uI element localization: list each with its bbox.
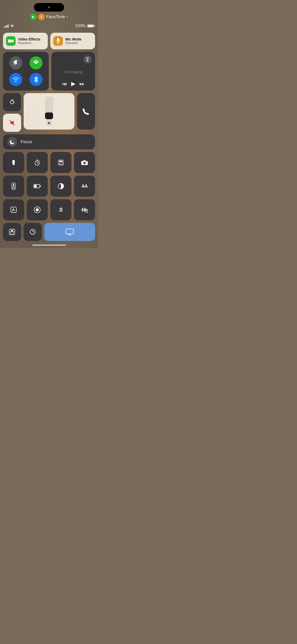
mic-mode-text: Mic Mode Standard <box>65 37 81 45</box>
flashlight-button[interactable] <box>3 152 24 173</box>
svg-rect-69 <box>66 229 73 234</box>
sliders-area <box>24 93 74 130</box>
video-effects-text: Video Effects Reactions <box>18 37 40 45</box>
focus-row: Focus <box>3 134 95 149</box>
svg-rect-28 <box>59 161 63 162</box>
svg-marker-1 <box>12 39 14 43</box>
svg-point-38 <box>86 162 87 162</box>
play-button[interactable]: ▶ <box>71 80 75 87</box>
timer-button[interactable] <box>27 152 48 173</box>
media-controls: ⏮ ▶ ⏭ <box>62 80 84 87</box>
video-effects-subtitle: Reactions <box>18 41 40 45</box>
not-playing-label: Not Playing <box>64 63 82 80</box>
home-indicator <box>32 245 66 246</box>
svg-rect-46 <box>34 185 37 187</box>
low-power-button[interactable] <box>27 176 48 197</box>
svg-rect-0 <box>8 39 12 43</box>
svg-point-40 <box>13 184 14 185</box>
shazam-label: S <box>59 207 63 213</box>
video-effects-title: Video Effects <box>18 37 40 41</box>
svg-line-14 <box>47 121 48 122</box>
wifi-calling-button[interactable] <box>29 56 43 69</box>
facetime-banner[interactable]: ▶ 🎙 FaceTime › <box>3 14 95 20</box>
svg-point-43 <box>13 188 13 188</box>
shazam-button[interactable]: S <box>50 199 71 220</box>
mic-mode-card[interactable]: Mic Mode Standard <box>50 33 95 49</box>
controls-row <box>3 93 95 132</box>
svg-line-15 <box>50 124 51 125</box>
text-size-button[interactable]: AA <box>74 176 95 197</box>
markup-button[interactable] <box>3 199 24 220</box>
video-effects-card[interactable]: Video Effects Reactions <box>3 33 48 49</box>
focus-label: Focus <box>21 139 32 144</box>
mic-mode-subtitle: Standard <box>65 41 81 45</box>
dynamic-island-dot <box>48 6 50 8</box>
brightness-icon <box>46 120 52 127</box>
svg-line-17 <box>47 124 48 125</box>
brightness-fill <box>45 97 53 119</box>
screen-time-button[interactable] <box>24 223 42 241</box>
svg-point-30 <box>61 163 61 164</box>
bluetooth-button[interactable] <box>29 73 43 86</box>
voice-analysis-button[interactable] <box>74 199 95 220</box>
status-bar: 100% <box>3 24 95 28</box>
mic-mode-icon <box>53 36 63 46</box>
screen-record-button[interactable] <box>27 199 48 220</box>
display-controls-button[interactable] <box>50 176 71 197</box>
network-card <box>3 52 49 91</box>
grid-row-3: S <box>3 199 95 220</box>
phone-button[interactable] <box>77 93 95 130</box>
facetime-mic-icon: 🎙 <box>38 14 45 20</box>
grid-row-1 <box>3 152 95 173</box>
top-cards-row: Video Effects Reactions Mic Mode Standar… <box>3 33 95 49</box>
airplane-mode-button[interactable] <box>9 56 22 69</box>
mute-button[interactable] <box>3 114 21 132</box>
svg-point-34 <box>62 164 63 165</box>
svg-point-52 <box>36 208 39 211</box>
text-size-label: AA <box>81 184 88 189</box>
battery-icon <box>87 24 94 28</box>
wifi-button[interactable] <box>9 73 22 86</box>
video-effects-icon <box>6 36 16 46</box>
brightness-track <box>24 95 74 120</box>
svg-point-44 <box>14 188 15 188</box>
wifi-icon <box>10 24 14 28</box>
svg-point-37 <box>84 162 85 164</box>
focus-moon-icon <box>8 137 17 147</box>
svg-marker-19 <box>12 160 15 163</box>
facetime-chevron: › <box>67 14 68 19</box>
airplay-button[interactable] <box>83 55 92 63</box>
battery-area: 100% <box>75 24 94 28</box>
svg-line-16 <box>50 121 51 122</box>
fast-forward-button[interactable]: ⏭ <box>79 81 84 87</box>
facetime-label: FaceTime <box>46 14 65 19</box>
battery-percentage: 100% <box>75 24 86 28</box>
focus-card[interactable]: Focus <box>3 134 95 149</box>
svg-point-31 <box>62 163 63 164</box>
svg-rect-2 <box>57 38 59 42</box>
accessibility-button[interactable] <box>3 223 21 241</box>
middle-row: Not Playing ⏮ ▶ ⏭ <box>3 52 95 91</box>
facetime-camera-icon: ▶ <box>30 14 37 20</box>
svg-rect-20 <box>13 160 15 161</box>
mic-mode-title: Mic Mode <box>65 37 81 41</box>
signal-bars <box>4 24 9 28</box>
svg-point-29 <box>59 163 60 164</box>
svg-point-65 <box>12 230 13 231</box>
svg-point-9 <box>48 122 50 124</box>
screen-mirroring-button[interactable] <box>44 223 95 241</box>
brightness-slider[interactable] <box>24 93 74 130</box>
dynamic-island <box>34 3 64 12</box>
rotation-lock-button[interactable] <box>3 93 21 111</box>
svg-point-33 <box>61 164 61 165</box>
calculator-button[interactable] <box>50 152 71 173</box>
svg-point-6 <box>15 81 17 82</box>
svg-point-32 <box>59 164 60 165</box>
now-playing-card: Not Playing ⏮ ▶ ⏭ <box>51 52 95 91</box>
remote-button[interactable] <box>3 176 24 197</box>
svg-line-26 <box>39 160 40 161</box>
svg-point-7 <box>10 100 14 104</box>
camera-button[interactable] <box>74 152 95 173</box>
rewind-button[interactable]: ⏮ <box>62 81 67 87</box>
svg-rect-47 <box>40 185 41 187</box>
